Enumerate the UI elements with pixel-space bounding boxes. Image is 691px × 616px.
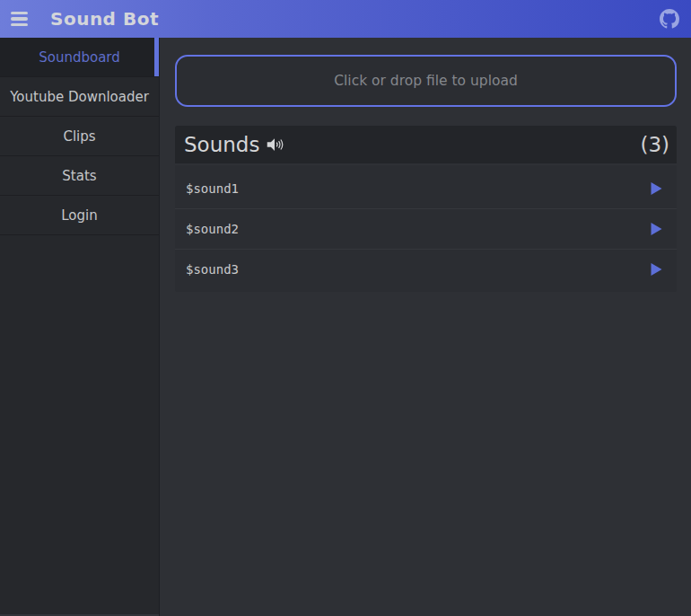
sounds-title: Sounds — [184, 133, 259, 156]
github-icon — [660, 9, 679, 29]
sidebar-item-label: Clips — [63, 128, 95, 145]
sidebar-item-label: Stats — [62, 168, 96, 184]
sidebar-item-clips[interactable]: Clips — [0, 117, 159, 156]
sound-row: $sound3 — [175, 249, 677, 289]
sidebar-item-soundboard[interactable]: Soundboard — [0, 38, 159, 77]
app-header: Sound Bot — [0, 0, 691, 38]
github-link[interactable] — [659, 8, 680, 30]
dropzone-label: Click or drop file to upload — [334, 73, 518, 89]
sounds-header: Sounds (3) — [175, 126, 677, 163]
play-sound-button[interactable] — [648, 180, 664, 197]
play-sound-button[interactable] — [648, 261, 664, 277]
app-title: Sound Bot — [50, 8, 159, 30]
sounds-list: $sound1 $sound2 $sound3 — [175, 165, 677, 292]
sounds-panel: Sounds (3) $sound1 $sound2 — [175, 126, 677, 292]
sidebar-item-label: Youtube Downloader — [10, 89, 149, 105]
sidebar-item-label: Soundboard — [39, 49, 120, 66]
sound-name: $sound1 — [186, 181, 239, 196]
file-upload-dropzone[interactable]: Click or drop file to upload — [175, 55, 677, 107]
speaker-icon — [265, 135, 284, 154]
sound-row: $sound1 — [175, 168, 677, 208]
play-icon — [651, 263, 662, 276]
sidebar-item-youtube-downloader[interactable]: Youtube Downloader — [0, 77, 159, 117]
sound-row: $sound2 — [175, 208, 677, 249]
sounds-count: (3) — [640, 133, 669, 156]
play-sound-button[interactable] — [648, 221, 664, 237]
sidebar-item-login[interactable]: Login — [0, 196, 159, 235]
sidebar-item-stats[interactable]: Stats — [0, 156, 159, 196]
sidebar: Soundboard Youtube Downloader Clips Stat… — [0, 38, 160, 616]
main-content: Click or drop file to upload Sounds (3) … — [161, 38, 691, 616]
play-icon — [651, 182, 662, 195]
hamburger-menu-button[interactable] — [0, 0, 38, 38]
hamburger-icon — [11, 12, 28, 15]
active-accent-bar — [154, 38, 159, 76]
sound-name: $sound3 — [186, 262, 239, 277]
sound-name: $sound2 — [186, 222, 239, 236]
sidebar-item-label: Login — [61, 207, 97, 224]
play-icon — [651, 223, 662, 235]
